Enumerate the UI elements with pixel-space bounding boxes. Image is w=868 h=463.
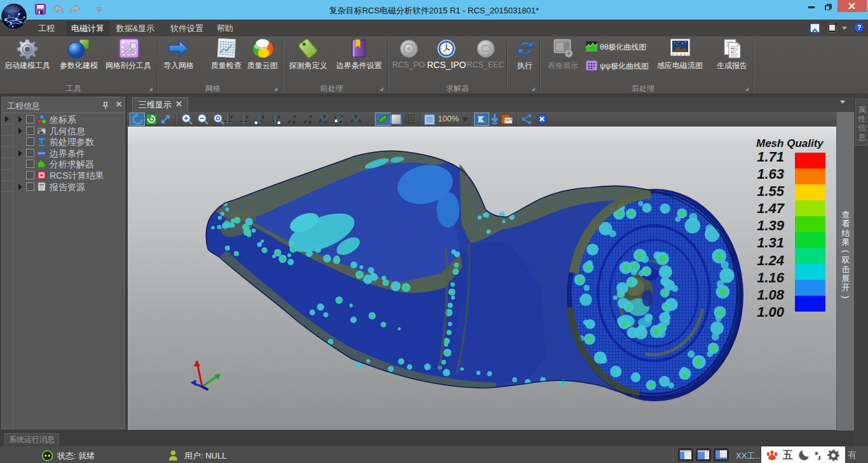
svg-text:x: x xyxy=(245,119,247,125)
svg-text:x: x xyxy=(224,119,227,125)
svg-text:y: y xyxy=(355,113,357,119)
svg-text:z: z xyxy=(319,118,322,123)
svg-text:y: y xyxy=(278,113,280,119)
svg-text:z: z xyxy=(261,119,263,125)
svg-text:x: x xyxy=(324,119,327,125)
svg-text:z: z xyxy=(304,119,306,125)
svg-text:y: y xyxy=(230,113,233,119)
svg-text:z: z xyxy=(272,119,275,125)
svg-text:z: z xyxy=(240,119,243,125)
svg-text:?: ? xyxy=(857,24,862,31)
svg-text:y: y xyxy=(262,113,264,119)
svg-text:y: y xyxy=(246,113,248,119)
svg-text:z: z xyxy=(351,118,353,123)
svg-text:x: x xyxy=(309,113,312,119)
svg-text:x: x xyxy=(294,113,296,119)
svg-text:y: y xyxy=(323,113,326,119)
svg-text:z: z xyxy=(229,119,231,125)
svg-text:y: y xyxy=(309,119,311,125)
svg-text:z: z xyxy=(288,119,290,125)
svg-text:y: y xyxy=(334,114,337,120)
svg-text:y: y xyxy=(293,119,295,125)
svg-text:x: x xyxy=(358,118,361,123)
